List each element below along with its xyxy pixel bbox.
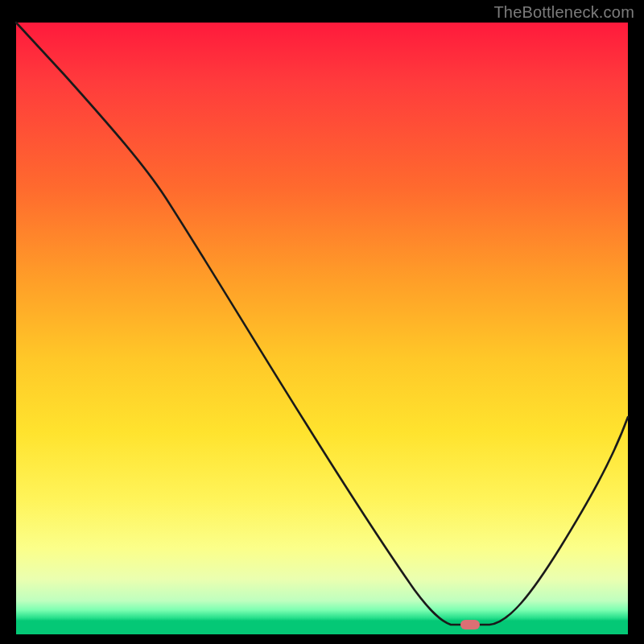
chart-frame <box>16 23 628 634</box>
bottleneck-curve <box>16 23 628 634</box>
bottleneck-curve-path <box>16 23 628 625</box>
watermark-text: TheBottleneck.com <box>493 3 634 22</box>
optimal-point-marker <box>460 620 480 630</box>
